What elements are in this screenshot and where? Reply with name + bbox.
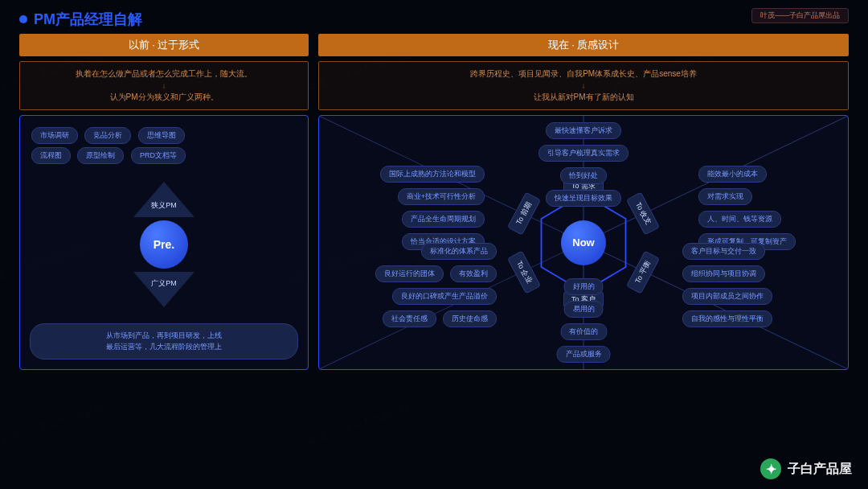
right-header: 现在 · 质感设计 [318,34,849,56]
tag-pill: PRD文档等 [131,147,186,164]
tag-pill: 国际上成熟的方法论和模型 [380,166,485,183]
left-intro-line1: 执着在怎么做产品或者怎么完成工作上，随大流。 [76,68,252,80]
tag-pill: 自我的感性与理性平衡 [682,310,772,327]
left-panel: 市场调研 竞品分析 思维导图 流程图 原型绘制 PRD文档等 狭义PM Pre.… [19,115,309,370]
page-title: PM产品经理自解 [34,10,142,29]
arrow-down-icon: ↓ [162,81,166,90]
tag-pill: 竞品分析 [84,127,131,144]
right-intro-box: 跨界历程史、项目见闻录、自我PM体系成长史、产品sense培养 ↓ 让我从新对P… [318,61,849,110]
tag-pill: 人、时间、钱等资源 [698,211,781,228]
tag-pill: 对需求实现 [698,188,752,205]
tag-pill: 商业+技术可行性分析 [398,188,485,205]
wechat-icon: ✦ [760,458,781,479]
tag-pill: 思维导图 [138,127,185,144]
tag-pill: 最快速懂客户诉求 [546,122,621,139]
tag-pill: 有效盈利 [450,265,497,282]
left-summary-pill: 从市场到产品，再到项目研发，上线 最后运营等，几大流程阶段的管理上 [30,323,298,360]
right-intro-line2: 让我从新对PM有了新的认知 [534,92,634,103]
tag-pill: 能效最小的成本 [698,166,767,183]
tag-pill: 良好的口碑或产生产品溢价 [392,288,497,305]
pre-circle: Pre. [140,220,188,269]
tag-pill: 客户目标与交付一致 [682,243,765,260]
arrow-down-icon: ↓ [582,81,586,90]
tag-pill: 易用的 [564,301,604,318]
group-xuqiu: 最快速懂客户诉求 引导客户梳理真实需求 恰到好处 快速呈现目标效果 [537,121,630,208]
tag-pill: 快速呈现目标效果 [546,190,621,207]
funnel-bottom-label: 广义PM [145,278,183,289]
now-circle: Now [561,220,606,265]
left-intro-line2: 认为PM分为狭义和广义两种。 [110,92,219,103]
tag-pill: 好用的 [564,278,604,295]
tag-pill: 引导客户梳理真实需求 [538,145,628,162]
tag-pill: 产品或服务 [557,346,611,363]
funnel-top-label: 狭义PM [145,200,183,211]
signature: ✦ 子白产品屋 [760,458,852,479]
signature-text: 子白产品屋 [788,461,852,478]
tag-pill: 项目内部成员之间协作 [682,288,772,305]
tag-pill: 历史使命感 [443,310,497,327]
tag-pill: 市场调研 [31,127,78,144]
author-badge: 叶茂——子白产品屋出品 [751,8,849,23]
left-tag-group: 市场调研 竞品分析 思维导图 流程图 原型绘制 PRD文档等 [30,125,298,166]
tag-pill: 产品全生命周期规划 [402,211,485,228]
tag-pill: 恰到好处 [560,167,607,184]
group-pingheng: 客户目标与交付一致 组织协同与项目协调 项目内部成员之间协作 自我的感性与理性平… [681,241,841,329]
funnel-top-icon: 狭义PM [133,182,194,217]
tag-pill: 有价值的 [560,323,607,340]
group-shouzhi: 能效最小的成本 对需求实现 人、时间、钱等资源 形成可复制、可复制资产 [697,164,841,252]
group-kehu: 好用的 易用的 有价值的 产品或服务 [555,277,612,364]
group-qiye: 标准化的体系产品 良好运行的团体 有效盈利 良好的口碑或产生产品溢价 社会责任感… [326,241,498,329]
group-qianqi: 国际上成熟的方法论和模型 商业+技术可行性分析 产品全生命周期规划 恰当合适的设… [326,164,486,252]
funnel-bottom-icon: 广义PM [133,272,194,307]
right-intro-line1: 跨界历程史、项目见闻录、自我PM体系成长史、产品sense培养 [470,68,697,80]
tag-pill: 社会责任感 [383,310,436,327]
tag-pill: 标准化的体系产品 [421,243,497,260]
tag-pill: 流程图 [31,147,71,164]
tag-pill: 原型绘制 [77,147,124,164]
tag-pill: 组织协同与项目协调 [682,265,765,282]
tag-pill: 良好运行的团体 [375,265,444,282]
right-panel: Now To 需求 To 收支 To 平衡 To 客户 To 企业 To 前期 … [318,115,849,370]
left-intro-box: 执着在怎么做产品或者怎么完成工作上，随大流。 ↓ 认为PM分为狭义和广义两种。 [19,61,309,110]
title-bullet-icon [19,15,27,23]
left-header: 以前 · 过于形式 [19,34,309,56]
